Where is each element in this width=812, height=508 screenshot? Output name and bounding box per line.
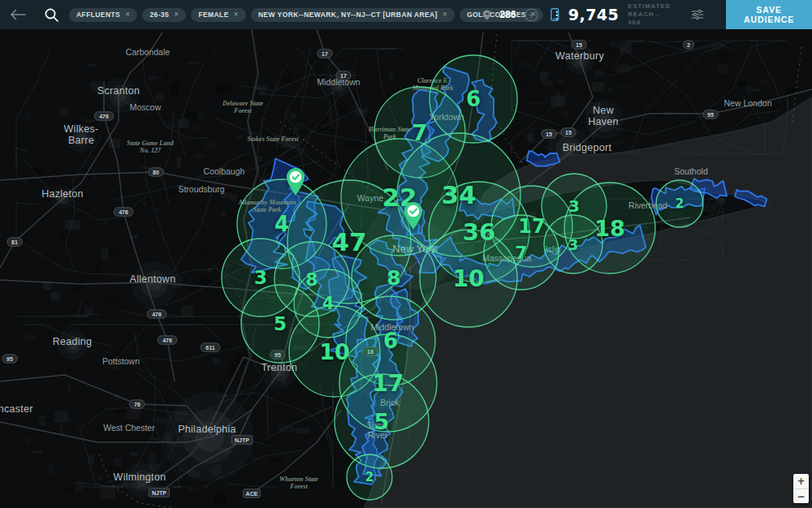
- filter-chip[interactable]: FEMALE×: [191, 8, 246, 22]
- cluster-count[interactable]: 8: [305, 269, 317, 290]
- reach-caption-line2: REACH - 30d: [628, 11, 671, 27]
- road-shield: 15: [542, 130, 556, 139]
- cluster-count[interactable]: 2: [676, 196, 684, 211]
- filter-sliders-icon[interactable]: [691, 8, 704, 21]
- cluster-count[interactable]: 36: [463, 218, 495, 246]
- svg-text:81: 81: [11, 239, 18, 245]
- cluster-count[interactable]: 2: [365, 470, 374, 484]
- road-shield: 80: [149, 168, 163, 177]
- cluster-count[interactable]: 17: [373, 370, 404, 397]
- chip-remove-icon[interactable]: ×: [125, 11, 130, 19]
- cluster-count[interactable]: 3: [254, 267, 267, 288]
- map-graphics: CarbondaleScrantonMoscowWilkes-BarreHazl…: [0, 29, 812, 508]
- filter-chip-label: NEW YORK--NEWARK, NY--NJ--CT [URBAN AREA…: [258, 11, 438, 19]
- filter-chip[interactable]: NEW YORK--NEWARK, NY--NJ--CT [URBAN AREA…: [251, 8, 455, 22]
- selected-region-outline: [527, 151, 560, 166]
- search-icon[interactable]: [44, 7, 59, 23]
- svg-text:476: 476: [99, 114, 109, 119]
- cluster-count[interactable]: 5: [274, 313, 287, 334]
- map-label: Hazleton: [41, 188, 84, 200]
- filter-chip[interactable]: AFFLUENTS×: [69, 8, 137, 22]
- zoom-in-button[interactable]: +: [793, 474, 809, 489]
- map-label: Wilmington: [114, 471, 166, 483]
- mobile-device-icon: [551, 6, 559, 23]
- selected-location-pin[interactable]: [285, 168, 306, 199]
- reach-caption-line1: ESTIMATED: [628, 2, 671, 11]
- svg-text:476: 476: [152, 312, 162, 317]
- svg-text:15: 15: [576, 42, 582, 48]
- chip-remove-icon[interactable]: ×: [234, 11, 239, 19]
- cluster-count[interactable]: 6: [383, 329, 398, 353]
- filter-chip[interactable]: 26-35×: [142, 8, 186, 22]
- topbar-left: AFFLUENTS×26-35×FEMALE×NEW YORK--NEWARK,…: [0, 6, 483, 24]
- map-label: Pottstown: [102, 356, 140, 366]
- cluster-count[interactable]: 34: [441, 180, 476, 209]
- cluster-count[interactable]: 3: [568, 236, 579, 253]
- road-shield: 17: [317, 50, 332, 58]
- svg-text:611: 611: [205, 345, 214, 351]
- map-label: Allentown: [130, 273, 176, 285]
- filter-chip-label: FEMALE: [198, 11, 228, 19]
- back-arrow-icon: [10, 9, 26, 20]
- locations-count: 286: [499, 9, 516, 20]
- map-label: State Game LandNo. 127: [127, 140, 174, 154]
- map-label: Wharton StateForest: [279, 476, 318, 490]
- svg-text:15: 15: [546, 131, 552, 137]
- svg-text:NJTP: NJTP: [235, 437, 249, 443]
- cluster-count[interactable]: 4: [322, 294, 335, 313]
- save-audience-button[interactable]: SAVE AUDIENCE: [726, 0, 812, 29]
- svg-text:15: 15: [565, 130, 572, 136]
- cluster-count[interactable]: 5: [374, 409, 390, 434]
- estimated-reach-caption: ESTIMATED REACH - 30d: [628, 2, 671, 26]
- road-shield: 476: [114, 208, 133, 217]
- svg-text:476: 476: [119, 209, 128, 215]
- cluster-count[interactable]: 8: [387, 266, 400, 290]
- cluster-count[interactable]: 10: [319, 339, 350, 364]
- road-shield: 476: [94, 112, 114, 121]
- cluster-count[interactable]: 4: [274, 212, 289, 236]
- map-label: Waterbury: [555, 50, 604, 62]
- filter-chips: AFFLUENTS×26-35×FEMALE×NEW YORK--NEWARK,…: [69, 8, 543, 22]
- road-shield: 95: [2, 355, 17, 364]
- map-label: New London: [724, 98, 772, 108]
- map-label: Lancaster: [0, 403, 33, 415]
- road-shield: 15: [561, 128, 576, 137]
- selected-location-pin[interactable]: [403, 202, 424, 233]
- add-circle-icon[interactable]: [525, 6, 538, 24]
- map-label: Stokes State Forest: [247, 136, 299, 143]
- zoom-out-button[interactable]: −: [793, 489, 809, 503]
- road-shield: 81: [7, 238, 22, 247]
- cluster-count[interactable]: 17: [518, 215, 545, 238]
- road-shield: 476: [158, 336, 177, 345]
- road-shield: 15: [572, 41, 586, 50]
- chip-remove-icon[interactable]: ×: [174, 11, 179, 19]
- cluster-count[interactable]: 7: [412, 120, 428, 145]
- audience-builder-app: AFFLUENTS×26-35×FEMALE×NEW YORK--NEWARK,…: [0, 0, 812, 508]
- road-shield: NJTP: [231, 436, 252, 445]
- map-canvas[interactable]: CarbondaleScrantonMoscowWilkes-BarreHazl…: [0, 29, 812, 508]
- road-shield: 2: [683, 41, 693, 50]
- cluster-count[interactable]: 6: [466, 87, 481, 111]
- cluster-count[interactable]: 18: [594, 216, 625, 241]
- map-label: Coolbaugh: [204, 166, 245, 176]
- map-label: Delaware StateForest: [222, 100, 263, 114]
- back-button[interactable]: [10, 6, 26, 24]
- cluster-count[interactable]: 10: [453, 265, 485, 292]
- road-shield: 95: [703, 110, 718, 119]
- topbar-right: 286 9,745 ESTIMATED REACH - 30d: [483, 0, 812, 29]
- map-label: Carbondale: [126, 47, 170, 57]
- estimated-reach-value: 9,745: [568, 6, 620, 24]
- cluster-count[interactable]: 7: [515, 243, 527, 263]
- svg-text:80: 80: [153, 170, 159, 175]
- map-label: Southold: [674, 166, 708, 176]
- map-label: West Chester: [103, 423, 155, 433]
- map-label: Stroudsburg: [178, 184, 224, 194]
- filter-chip-label: 26-35: [149, 11, 169, 19]
- filter-chip-label: AFFLUENTS: [76, 11, 120, 19]
- topbar: AFFLUENTS×26-35×FEMALE×NEW YORK--NEWARK,…: [0, 0, 812, 29]
- cluster-count[interactable]: 3: [568, 196, 580, 216]
- cluster-count[interactable]: 47: [331, 227, 366, 256]
- map-label: Philadelphia: [178, 424, 236, 435]
- chip-remove-icon[interactable]: ×: [443, 11, 447, 19]
- svg-text:76: 76: [134, 402, 140, 407]
